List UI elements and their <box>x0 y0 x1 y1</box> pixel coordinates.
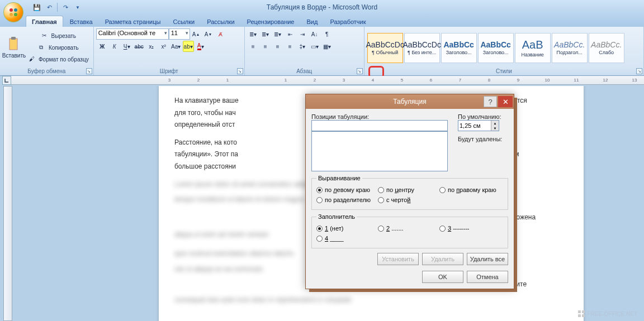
style-title[interactable]: AaBНазвание <box>515 33 551 63</box>
svg-point-2 <box>10 13 13 16</box>
dialog-close-button[interactable]: ✕ <box>498 96 513 107</box>
ok-button[interactable]: OK <box>422 271 463 283</box>
spin-up-icon[interactable]: ▲ <box>491 121 499 126</box>
font-color-button[interactable]: A▾ <box>195 41 206 52</box>
indent-inc-button[interactable]: ⇥ <box>297 28 308 40</box>
group-paragraph: ≣▾ ≣▾ ≣▾ ⇤ ⇥ A↓ ¶ ≡ ≡ ≡ ≡ ‡▾ ▭▾ ▦▾ Абзац… <box>245 27 364 75</box>
borders-button[interactable]: ▦▾ <box>321 41 333 52</box>
indent-dec-button[interactable]: ⇤ <box>285 28 296 40</box>
group-styles: AaBbCcDc¶ Обычный AaBbCcDc¶ Без инте... … <box>364 27 644 75</box>
show-marks-button[interactable]: ¶ <box>321 28 333 40</box>
undo-icon[interactable]: ↶ <box>45 3 54 12</box>
strike-button[interactable]: abc <box>134 41 145 52</box>
office-button[interactable] <box>3 2 23 22</box>
font-launcher[interactable]: ↘ <box>237 68 243 74</box>
justify-button[interactable]: ≡ <box>285 41 296 52</box>
clear-format-button[interactable]: A̸ <box>215 28 226 40</box>
align-left-button[interactable]: ≡ <box>248 41 259 52</box>
svg-point-1 <box>14 8 17 12</box>
tab-position-input[interactable] <box>311 120 448 131</box>
style-weak[interactable]: AaBbCc.Слабо <box>589 33 624 63</box>
horizontal-ruler[interactable]: 3 2 1 1 2 3 4 5 6 7 8 9 10 11 12 13 14 1… <box>11 76 644 85</box>
style-nospacing[interactable]: AaBbCcDc¶ Без инте... <box>404 33 440 63</box>
ribbon: Вставить ✂Вырезать ⧉Копировать 🖌Формат п… <box>0 27 644 76</box>
change-case-button[interactable]: Aa▾ <box>171 41 182 52</box>
default-tab-spinner[interactable]: 1,25 см ▲▼ <box>458 120 499 131</box>
leader-3-radio[interactable]: 3 -------- <box>439 225 501 232</box>
redo-icon[interactable]: ↷ <box>61 3 70 12</box>
align-bar-radio[interactable]: с чертой <box>378 197 439 203</box>
grow-font-button[interactable]: A▲ <box>191 28 202 40</box>
brush-icon: 🖌 <box>29 56 37 64</box>
align-center-button[interactable]: ≡ <box>260 41 271 52</box>
tab-review[interactable]: Рецензирование <box>242 16 300 27</box>
tab-view[interactable]: Вид <box>301 16 324 27</box>
vertical-ruler[interactable] <box>3 86 12 321</box>
tab-layout[interactable]: Разметка страницы <box>100 16 167 27</box>
tab-positions-list[interactable] <box>311 131 448 171</box>
set-button[interactable]: Установить <box>377 253 419 265</box>
align-decimal-radio[interactable]: по разделителю <box>316 197 378 203</box>
def-label: По умолчанию: <box>458 113 508 120</box>
align-center-radio[interactable]: по центру <box>378 186 439 193</box>
font-name-combo[interactable]: Calibri (Основной те <box>96 28 169 40</box>
ribbon-tabs: Главная Вставка Разметка страницы Ссылки… <box>0 15 644 27</box>
window-title: Табуляция в Ворде - Microsoft Word <box>267 3 377 11</box>
italic-button[interactable]: К <box>109 41 120 52</box>
align-right-button[interactable]: ≡ <box>272 41 283 52</box>
superscript-button[interactable]: x² <box>158 41 169 52</box>
alignment-legend: Выравнивание <box>316 175 362 181</box>
qat-dropdown-icon[interactable]: ▼ <box>73 3 82 12</box>
line-spacing-button[interactable]: ‡▾ <box>297 41 308 52</box>
style-normal[interactable]: AaBbCcDc¶ Обычный <box>367 33 403 63</box>
copy-button[interactable]: ⧉Копировать <box>27 42 91 54</box>
cut-button[interactable]: ✂Вырезать <box>27 31 91 42</box>
align-left-radio[interactable]: по левому краю <box>316 186 378 193</box>
tab-insert[interactable]: Вставка <box>64 16 98 27</box>
shading-button[interactable]: ▭▾ <box>309 41 320 52</box>
clear-all-button[interactable]: Удалить все <box>467 253 508 265</box>
font-size-combo[interactable]: 11 <box>169 28 190 40</box>
numbering-button[interactable]: ≣▾ <box>260 28 271 40</box>
dialog-help-button[interactable]: ? <box>484 96 497 107</box>
style-subtitle[interactable]: AaBbCc.Подзагол... <box>552 33 588 63</box>
leader-group: Заполнитель 1 (нет) 2 ....... 3 --------… <box>311 213 508 248</box>
leader-2-radio[interactable]: 2 ....... <box>378 225 439 232</box>
svg-rect-9 <box>582 314 585 317</box>
shrink-font-button[interactable]: A▼ <box>203 28 214 40</box>
style-h2[interactable]: AaBbCcЗаголово... <box>478 33 514 63</box>
highlight-button[interactable]: ab▾ <box>183 41 194 52</box>
style-h1[interactable]: AaBbCcЗаголово... <box>441 33 477 63</box>
bold-button[interactable]: Ж <box>97 41 108 52</box>
paste-button[interactable]: Вставить <box>3 31 25 65</box>
underline-button[interactable]: Ч▾ <box>121 41 132 52</box>
multilevel-button[interactable]: ≣▾ <box>272 28 283 40</box>
align-right-radio[interactable]: по правому краю <box>439 186 501 193</box>
del-label: Будут удалены: <box>458 136 508 142</box>
dialog-titlebar[interactable]: Табуляция ? ✕ <box>306 94 514 109</box>
bullets-button[interactable]: ≣▾ <box>248 28 259 40</box>
tabs-dialog: Табуляция ? ✕ Позиции табуляции: По умол… <box>305 94 514 289</box>
tab-selector[interactable] <box>2 76 11 85</box>
subscript-button[interactable]: x₂ <box>146 41 157 52</box>
clear-button[interactable]: Удалить <box>422 253 463 265</box>
tab-dev[interactable]: Разработчик <box>324 16 371 27</box>
dialog-title-text: Табуляция <box>393 98 426 106</box>
svg-point-3 <box>14 13 17 16</box>
para-launcher[interactable]: ↘ <box>357 68 363 74</box>
save-icon[interactable]: 💾 <box>32 3 41 12</box>
cancel-button[interactable]: Отмена <box>467 271 508 283</box>
tab-mail[interactable]: Рассылки <box>201 16 240 27</box>
group-styles-label: Стили <box>496 68 512 74</box>
styles-launcher[interactable]: ↘ <box>636 68 642 74</box>
pos-label: Позиции табуляции: <box>311 113 450 120</box>
sort-button[interactable]: A↓ <box>309 28 320 40</box>
tab-home[interactable]: Главная <box>26 16 63 27</box>
copy-icon: ⧉ <box>39 44 47 52</box>
spin-down-icon[interactable]: ▼ <box>491 126 499 131</box>
tab-refs[interactable]: Ссылки <box>167 16 200 27</box>
leader-4-radio[interactable]: 4 ____ <box>316 235 378 242</box>
clipboard-launcher[interactable]: ↘ <box>86 68 92 74</box>
format-painter-button[interactable]: 🖌Формат по образцу <box>27 54 91 65</box>
leader-1-radio[interactable]: 1 (нет) <box>316 225 378 232</box>
